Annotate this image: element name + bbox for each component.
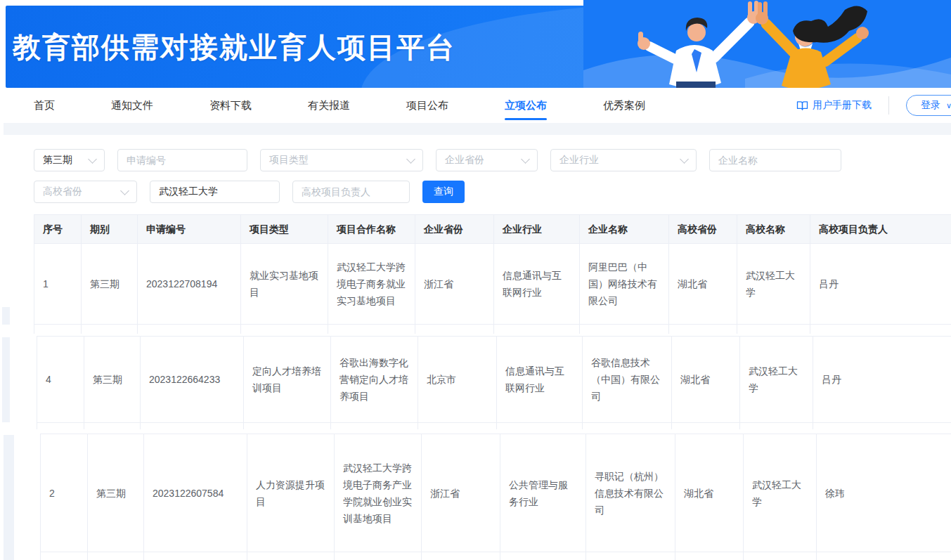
cell-company-name: 谷歌信息技术（中国）有限公司 [583,337,672,423]
cell-company-name: 寻职记（杭州）信息技术有限公司 [586,434,675,552]
page-edge-strip [4,435,14,560]
table-row: 1 第三期 2023122708194 就业实习基地项目 武汉轻工大学跨境电子商… [34,244,951,325]
cell-stage: 第三期 [84,337,141,423]
nav-item-excellent-cases[interactable]: 优秀案例 [603,88,645,123]
cell-stage: 第三期 [82,244,138,325]
col-header-company-name: 企业名称 [580,215,669,244]
company-industry-select[interactable]: 企业行业 [550,149,697,171]
cell-seq: 4 [37,337,84,423]
col-header-company-industry: 企业行业 [494,215,580,244]
nav-item-project-announcement[interactable]: 项目公布 [406,88,448,123]
page: 教育部供需对接就业育人项目平台 [0,0,951,560]
cell-apply-no: 2023122664233 [141,337,244,423]
cell-project-name: 武汉轻工大学跨境电子商务产业学院就业创业实训基地项目 [335,434,422,552]
search-button[interactable]: 查询 [422,181,465,203]
partial-next-row [41,552,951,560]
col-header-university-leader: 高校项目负责人 [810,215,951,244]
cell-university-leader: 徐玮 [817,434,951,552]
cell-apply-no: 2023122607584 [144,434,247,552]
page-title: 教育部供需对接就业育人项目平台 [13,27,455,66]
university-name-input[interactable] [150,181,280,203]
cell-company-industry: 公共管理与服务行业 [500,434,586,552]
cell-university-leader: 吕丹 [813,337,951,423]
col-header-project-type: 项目类型 [241,215,328,244]
page-edge-strip [2,337,10,422]
cell-project-name: 武汉轻工大学跨境电子商务就业实习基地项目 [328,244,415,325]
partial-next-row [34,325,951,334]
table-row: 2 第三期 2023122607584 人力资源提升项目 武汉轻工大学跨境电子商… [41,434,951,552]
table-header-row: 序号 期别 申请编号 项目类型 项目合作名称 企业省份 企业行业 企业名称 高校… [34,215,951,244]
university-province-placeholder: 高校省份 [43,185,82,198]
results-table-fragment: 2 第三期 2023122607584 人力资源提升项目 武汉轻工大学跨境电子商… [40,434,951,560]
cell-project-type: 就业实习基地项目 [241,244,328,325]
cell-project-type: 定向人才培养培训项目 [244,337,331,423]
cell-university-name: 武汉轻工大学 [740,337,813,423]
col-header-company-province: 企业省份 [415,215,494,244]
table-section-3: 2 第三期 2023122607584 人力资源提升项目 武汉轻工大学跨境电子商… [40,434,951,560]
banner: 教育部供需对接就业育人项目平台 [6,6,951,88]
col-header-apply-no: 申请编号 [138,215,241,244]
cell-project-type: 人力资源提升项目 [247,434,335,552]
chevron-down-icon [680,155,689,164]
cell-company-industry: 信息通讯与互联网行业 [494,244,580,325]
col-header-university-province: 高校省份 [669,215,737,244]
cell-project-name: 谷歌出海数字化营销定向人才培养项目 [331,337,418,423]
cell-company-province: 浙江省 [415,244,494,325]
company-industry-placeholder: 企业行业 [559,154,599,167]
nav-divider [888,96,889,115]
table-section-1: 序号 期别 申请编号 项目类型 项目合作名称 企业省份 企业行业 企业名称 高校… [34,214,951,334]
stage-select-value: 第三期 [43,154,72,167]
cell-company-province: 北京市 [418,337,497,423]
cell-stage: 第三期 [88,434,144,552]
high-five-illustration [583,0,951,88]
login-button[interactable]: 登录 ∨ [906,95,951,116]
cell-seq: 2 [41,434,88,552]
chevron-down-icon [521,155,530,164]
col-header-university-name: 高校名称 [737,215,810,244]
nav-item-reports[interactable]: 有关报道 [308,88,350,123]
project-type-placeholder: 项目类型 [269,154,309,167]
cell-university-name: 武汉轻工大学 [744,434,817,552]
chevron-down-icon: ∨ [946,101,951,110]
user-manual-label: 用户手册下载 [813,99,872,112]
company-name-input[interactable] [709,149,841,171]
results-table-fragment: 4 第三期 2023122664233 定向人才培养培训项目 谷歌出海数字化营销… [37,336,951,429]
nav-item-approval-announcement[interactable]: 立项公布 [505,88,547,123]
book-icon [796,100,808,111]
nav-item-notices[interactable]: 通知文件 [111,88,153,123]
table-row: 4 第三期 2023122664233 定向人才培养培训项目 谷歌出海数字化营销… [37,337,951,423]
cell-university-province: 湖北省 [675,434,744,552]
cell-company-industry: 信息通讯与互联网行业 [497,337,583,423]
nav-item-downloads[interactable]: 资料下载 [209,88,252,123]
col-header-seq: 序号 [34,215,82,244]
stage-select[interactable]: 第三期 [34,149,105,171]
table-section-2: 4 第三期 2023122664233 定向人才培养培训项目 谷歌出海数字化营销… [37,336,951,429]
chevron-down-icon [88,155,97,164]
page-edge-strip [2,307,10,325]
university-leader-input[interactable] [292,181,410,203]
col-header-project-name: 项目合作名称 [328,215,415,244]
nav-right-cluster: 用户手册下载 登录 ∨ [796,88,951,123]
cell-university-name: 武汉轻工大学 [737,244,810,325]
cell-university-province: 湖北省 [672,337,740,423]
results-table: 序号 期别 申请编号 项目类型 项目合作名称 企业省份 企业行业 企业名称 高校… [34,214,951,334]
partial-next-row [37,423,951,430]
chevron-down-icon [406,155,415,164]
cell-seq: 1 [34,244,82,325]
col-header-stage: 期别 [82,215,138,244]
cell-apply-no: 2023122708194 [138,244,241,325]
company-province-select[interactable]: 企业省份 [436,149,538,171]
nav-item-home[interactable]: 首页 [34,88,55,123]
company-province-placeholder: 企业省份 [445,154,484,167]
cell-company-name: 阿里巴巴（中国）网络技术有限公司 [580,244,669,325]
login-label: 登录 [921,99,940,112]
apply-no-input[interactable] [117,149,247,171]
cell-company-province: 浙江省 [422,434,500,552]
chevron-down-icon [120,186,129,195]
cell-university-leader: 吕丹 [810,244,951,325]
project-type-select[interactable]: 项目类型 [260,149,423,171]
university-province-select[interactable]: 高校省份 [34,181,137,203]
main-nav: 首页 通知文件 资料下载 有关报道 项目公布 立项公布 优秀案例 用户手册下载 … [0,88,951,123]
cell-university-province: 湖北省 [669,244,737,325]
user-manual-download-link[interactable]: 用户手册下载 [796,99,872,112]
